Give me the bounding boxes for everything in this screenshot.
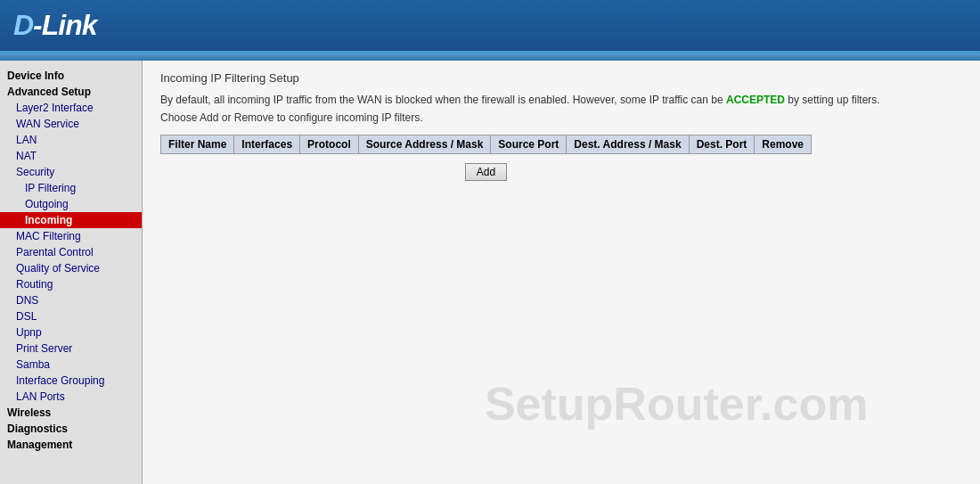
sidebar-item-advanced-setup[interactable]: Advanced Setup [0,84,142,100]
table-header-source-port: Source Port [491,135,567,154]
main-layout: Device InfoAdvanced SetupLayer2 Interfac… [0,61,980,484]
sidebar-item-nat[interactable]: NAT [0,148,142,164]
sidebar-item-diagnostics[interactable]: Diagnostics [0,421,142,437]
table-header-source-address--mask: Source Address / Mask [358,135,491,154]
sidebar-item-interface-grouping[interactable]: Interface Grouping [0,373,142,389]
description: By default, all incoming IP traffic from… [160,92,962,108]
filter-table: Filter NameInterfacesProtocolSource Addr… [160,135,812,185]
sidebar-item-routing[interactable]: Routing [0,276,142,292]
sidebar-item-samba[interactable]: Samba [0,357,142,373]
sidebar-item-lan-ports[interactable]: LAN Ports [0,389,142,405]
sidebar-item-wireless[interactable]: Wireless [0,405,142,421]
sidebar-item-management[interactable]: Management [0,437,142,453]
sidebar-item-print-server[interactable]: Print Server [0,340,142,357]
content-area: Incoming IP Filtering Setup By default, … [143,61,980,484]
add-button[interactable]: Add [465,163,507,181]
watermark: SetupRouter.com [485,377,869,431]
sidebar-item-layer2-interface[interactable]: Layer2 Interface [0,100,142,116]
sidebar-item-ip-filtering[interactable]: IP Filtering [0,180,142,196]
sidebar-item-security[interactable]: Security [0,164,142,180]
table-header-remove: Remove [755,135,812,154]
sidebar-item-dsl[interactable]: DSL [0,308,142,324]
table-header-dest-port: Dest. Port [689,135,755,154]
description-text-1: By default, all incoming IP traffic from… [160,94,726,106]
header: D-Link [0,0,980,53]
sidebar-item-incoming[interactable]: Incoming [0,212,142,228]
sidebar-item-quality-of-service[interactable]: Quality of Service [0,260,142,276]
sidebar-item-wan-service[interactable]: WAN Service [0,116,142,132]
accepted-label: ACCEPTED [726,94,785,106]
table-header-row: Filter NameInterfacesProtocolSource Addr… [161,135,812,154]
logo: D-Link [13,9,97,42]
table-header-protocol: Protocol [300,135,359,154]
table-header-filter-name: Filter Name [161,135,234,154]
sidebar: Device InfoAdvanced SetupLayer2 Interfac… [0,61,143,484]
sub-description: Choose Add or Remove to configure incomi… [160,111,962,124]
sidebar-item-outgoing[interactable]: Outgoing [0,196,142,212]
page-title: Incoming IP Filtering Setup [160,71,962,85]
sidebar-item-upnp[interactable]: Upnp [0,324,142,340]
table-header-dest-address--mask: Dest. Address / Mask [567,135,689,154]
description-text-2: by setting up filters. [785,94,880,106]
blue-bar [0,53,980,61]
sidebar-item-lan[interactable]: LAN [0,132,142,148]
sidebar-item-dns[interactable]: DNS [0,292,142,308]
sidebar-item-parental-control[interactable]: Parental Control [0,244,142,260]
sidebar-item-device-info[interactable]: Device Info [0,68,142,84]
table-header-interfaces: Interfaces [234,135,300,154]
sidebar-item-mac-filtering[interactable]: MAC Filtering [0,228,142,244]
table-add-row: Add [161,154,812,185]
